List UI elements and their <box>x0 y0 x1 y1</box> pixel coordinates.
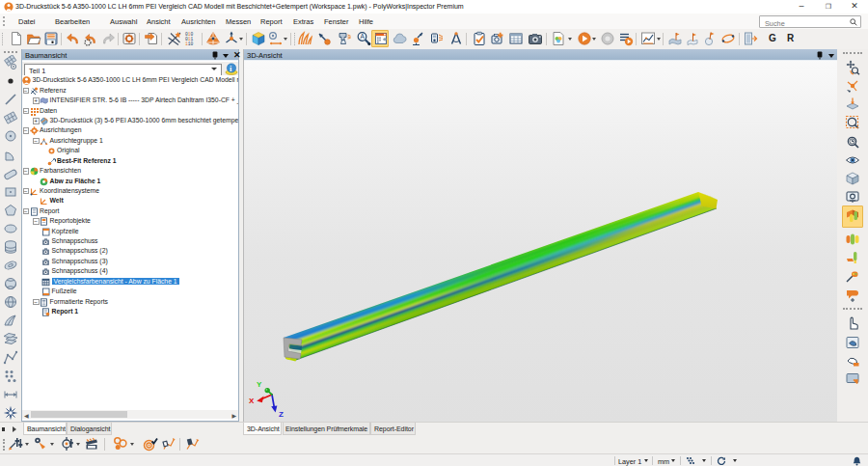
svg-text:Z: Z <box>279 410 284 419</box>
svg-text:A: A <box>361 33 366 40</box>
svg-text:110: 110 <box>185 41 194 46</box>
svg-text:Y: Y <box>257 380 262 389</box>
svg-text:X: X <box>249 397 255 405</box>
